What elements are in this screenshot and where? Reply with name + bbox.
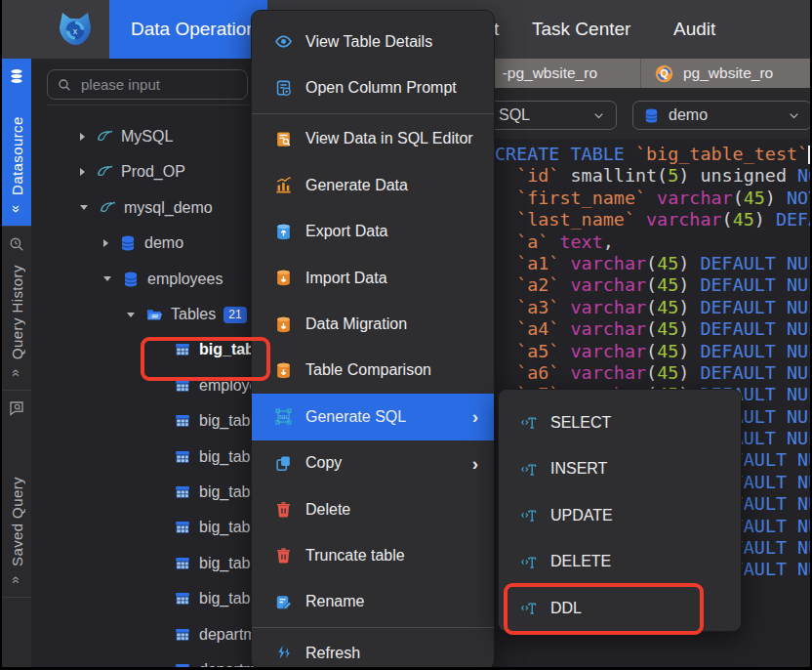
tree-row-big-table[interactable]: big_table xyxy=(31,332,264,367)
menu-item-delete[interactable]: Delete xyxy=(252,486,494,532)
code-line[interactable]: `a3` varchar(45) DEFAULT NULL, xyxy=(495,297,812,318)
tree-row-big-table-[interactable]: big_table_ xyxy=(31,510,264,545)
nav-item-task-center[interactable]: Task Center xyxy=(532,0,630,59)
menu-item-generate-sql[interactable]: SQLGenerate SQL› xyxy=(252,394,494,440)
submenu-item-insert[interactable]: INSERT xyxy=(499,446,741,493)
tab-pg-wbsite-ro-2[interactable]: Q pg_wbsite_ro xyxy=(641,59,810,88)
svg-text:SQL: SQL xyxy=(279,414,290,420)
code-line[interactable]: `first_name` varchar(45) NOT NULL, xyxy=(495,188,812,209)
menu-item-view-data-in-sql-editor[interactable]: View Data in SQL Editor xyxy=(252,116,494,162)
table-icon xyxy=(174,341,191,358)
dropdown-label: demo xyxy=(669,106,778,124)
table-icon xyxy=(174,661,191,670)
menu-item-refresh[interactable]: Refresh xyxy=(252,630,494,670)
submenu-item-delete[interactable]: DELETE xyxy=(499,539,741,586)
code-line[interactable]: `a4` varchar(45) DEFAULT NULL, xyxy=(495,318,812,340)
menu-item-label: Generate Data xyxy=(305,177,408,194)
code-line[interactable]: `a6` varchar(45) DEFAULT NULL, xyxy=(495,362,812,384)
copy-icon xyxy=(274,454,293,473)
tree-row-label: employees xyxy=(147,271,223,288)
tree-search-box[interactable] xyxy=(47,69,248,100)
menu-item-open-column-prompt[interactable]: Open Column Prompt xyxy=(252,64,494,110)
submenu-item-update[interactable]: UPDATE xyxy=(499,492,741,539)
menu-item-view-table-details[interactable]: View Table Details xyxy=(252,19,494,64)
q-logo-icon: Q xyxy=(654,63,674,84)
saved-query-icon xyxy=(8,399,25,417)
menu-item-rename[interactable]: Rename xyxy=(252,579,494,625)
refresh-icon xyxy=(274,644,293,662)
code-line[interactable]: `id` smallint(5) unsigned NOT NULL, xyxy=(495,165,812,187)
caret-right-icon[interactable] xyxy=(103,239,108,247)
nav-item-audit[interactable]: Audit xyxy=(673,0,715,59)
count-badge: 21 xyxy=(223,307,246,323)
code-line[interactable]: `a1` varchar(45) DEFAULT NULL, xyxy=(495,253,812,274)
menu-item-label: Import Data xyxy=(305,270,387,287)
caret-right-icon[interactable] xyxy=(80,133,85,141)
code-line[interactable]: `last_name` varchar(45) DEFAULT NULL, xyxy=(495,209,812,230)
menu-item-label: Export Data xyxy=(305,223,387,240)
database-icon xyxy=(122,271,140,288)
caret-down-icon[interactable] xyxy=(103,276,111,281)
table-icon xyxy=(174,377,191,395)
nav-item-data-operation[interactable]: Data Operation xyxy=(109,0,267,59)
rail-section-query-history[interactable]: Query History« xyxy=(2,227,31,391)
menu-item-label: Generate SQL xyxy=(305,408,406,426)
database-icon xyxy=(119,234,137,252)
tree-row-big-table-[interactable]: big_table_ xyxy=(31,440,264,475)
tree-row-big-table-[interactable]: big_table_ xyxy=(31,546,264,581)
tree-row-mysql-demo[interactable]: mysql_demo xyxy=(31,190,264,226)
sql-doc-icon xyxy=(274,130,293,148)
rail-label: Saved Query xyxy=(9,423,25,566)
rail-section-datasource[interactable]: Datasource» xyxy=(2,59,31,227)
menu-item-copy[interactable]: Copy› xyxy=(252,440,494,486)
tree-search-input[interactable] xyxy=(79,75,238,94)
menu-item-export-data[interactable]: Export Data xyxy=(252,209,494,255)
menu-item-generate-data[interactable]: Generate Data xyxy=(252,162,494,208)
menu-divider xyxy=(252,113,494,114)
db-stack-icon xyxy=(8,67,25,85)
tree-row-demo[interactable]: demo xyxy=(31,226,264,261)
code-line[interactable]: `a` text, xyxy=(495,231,812,253)
column-prompt-icon xyxy=(274,79,293,98)
menu-item-import-data[interactable]: Import Data xyxy=(252,255,494,301)
tree-row-prod-op[interactable]: Prod_OP xyxy=(31,154,264,189)
menu-item-data-migration[interactable]: Data Migration xyxy=(252,301,494,347)
app-logo-cat-icon[interactable]: x xyxy=(53,7,98,52)
tree-row-employee[interactable]: employee xyxy=(31,368,264,403)
rail-collapse-chevron-icon[interactable]: « xyxy=(9,576,24,584)
tree-row-tables[interactable]: Tables21 xyxy=(31,297,264,332)
caret-down-icon[interactable] xyxy=(80,205,88,210)
caret-right-icon[interactable] xyxy=(80,168,85,176)
tree-row-employees[interactable]: employees xyxy=(31,262,264,297)
code-line[interactable]: CREATE TABLE `big_table_test` ( xyxy=(495,144,812,165)
datasource-tree-panel: MySQLProd_OPmysql_demodemoemployeesTable… xyxy=(31,59,264,667)
bucket-down-icon xyxy=(274,361,293,380)
tree-row-departme[interactable]: departme xyxy=(31,617,264,652)
schema-dropdown[interactable]: demo xyxy=(632,101,812,130)
submenu-item-select[interactable]: SELECT xyxy=(499,399,741,446)
submenu-item-ddl[interactable]: DDL xyxy=(499,585,741,632)
app-window: x Data Operation t Task Center Audit Dat… xyxy=(0,0,812,670)
tree-row-big-table-[interactable]: big_table_ xyxy=(31,403,264,439)
tree-row-departme[interactable]: departme xyxy=(31,652,264,670)
table-icon xyxy=(174,483,191,501)
code-line[interactable]: `a5` varchar(45) DEFAULT NULL, xyxy=(495,341,812,362)
type-t-icon xyxy=(520,413,539,432)
rail-section-saved-query[interactable]: Saved Query« xyxy=(2,391,31,598)
chart-icon xyxy=(274,176,293,194)
submenu-item-label: DDL xyxy=(550,600,582,617)
svg-text:x: x xyxy=(73,26,78,36)
code-line[interactable]: `a2` varchar(45) DEFAULT NULL, xyxy=(495,274,812,296)
search-icon xyxy=(57,77,72,93)
database-icon xyxy=(643,107,660,124)
tree-row-label: MySQL xyxy=(121,128,173,146)
tree-row-mysql[interactable]: MySQL xyxy=(31,119,264,154)
rail-collapse-chevron-icon[interactable]: » xyxy=(9,205,24,213)
tree-row-big-table-[interactable]: big_table_ xyxy=(31,475,264,510)
rail-collapse-chevron-icon[interactable]: « xyxy=(9,369,24,377)
table-icon xyxy=(174,555,191,572)
caret-down-icon[interactable] xyxy=(127,313,135,317)
menu-item-table-comparison[interactable]: Table Comparison xyxy=(252,348,494,394)
menu-item-truncate-table[interactable]: Truncate table xyxy=(252,532,494,578)
tree-row-big-table-[interactable]: big_table_ xyxy=(31,581,264,616)
